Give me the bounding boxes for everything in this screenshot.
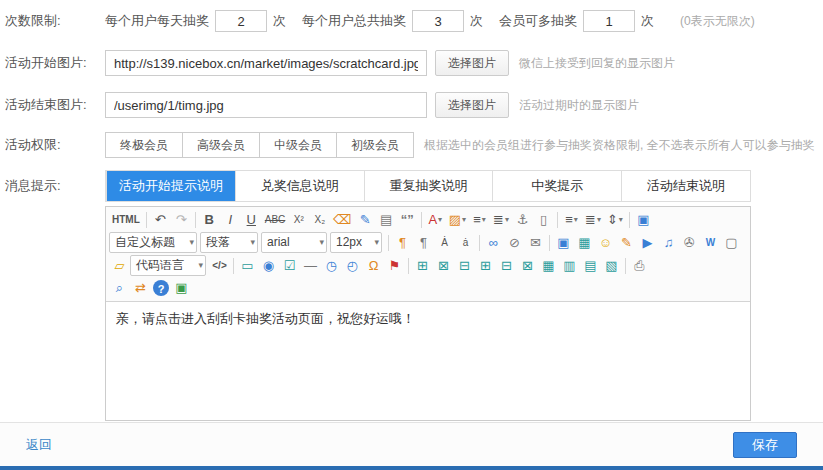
separator bbox=[388, 235, 389, 251]
time-icon[interactable]: ◴ bbox=[342, 256, 363, 276]
end-image-input[interactable] bbox=[105, 92, 427, 118]
underline-icon[interactable]: U bbox=[241, 210, 262, 230]
start-image-input[interactable] bbox=[105, 50, 427, 76]
italic-icon[interactable]: I bbox=[220, 210, 241, 230]
preview-icon[interactable]: ▢ bbox=[721, 233, 742, 253]
directionality-ltr-icon[interactable]: ¶ bbox=[392, 233, 413, 253]
toolbar-row-2: 自定义标题段落arial12px¶¶Ȧȧ∞⊘✉▣▦☺✎▶♫✇W▢ bbox=[109, 231, 747, 254]
total-draw-label: 每个用户总共抽奖 bbox=[302, 12, 406, 30]
checkbox-icon[interactable]: ☑ bbox=[279, 256, 300, 276]
word-image-icon[interactable]: W bbox=[700, 233, 721, 253]
form-icon[interactable]: ▭ bbox=[237, 256, 258, 276]
tab-repeat-draw[interactable]: 重复抽奖说明 bbox=[364, 171, 493, 201]
message-row: 消息提示: 活动开始提示说明兑奖信息说明重复抽奖说明中奖提示活动结束说明 bbox=[0, 170, 823, 202]
fullscreen-icon[interactable]: ▣ bbox=[633, 210, 654, 230]
insert-video-icon[interactable]: ▶ bbox=[637, 233, 658, 253]
snapscreen-icon[interactable]: ▣ bbox=[171, 278, 192, 298]
insert-code-icon[interactable]: </> bbox=[209, 256, 230, 276]
permission-row: 活动权限: 终极会员高级会员中级会员初级会员 根据选中的会员组进行参与抽奖资格限… bbox=[0, 132, 823, 158]
mail-icon[interactable]: ✉ bbox=[525, 233, 546, 253]
tolowercase-icon[interactable]: ȧ bbox=[455, 233, 476, 253]
anchor-icon[interactable]: ⚓ bbox=[512, 210, 533, 230]
delete-table-icon[interactable]: ⊠ bbox=[433, 256, 454, 276]
tab-end-tip[interactable]: 活动结束说明 bbox=[621, 171, 750, 201]
paragraph-select[interactable]: 段落 bbox=[200, 232, 258, 253]
member-senior-button[interactable]: 高级会员 bbox=[183, 132, 260, 158]
per-day-input[interactable] bbox=[215, 10, 267, 32]
separator bbox=[557, 212, 558, 228]
delete-row-icon[interactable]: ⊟ bbox=[496, 256, 517, 276]
paragraph-align-icon[interactable]: ≣ bbox=[582, 210, 604, 230]
member-ultimate-button[interactable]: 终极会员 bbox=[105, 132, 183, 158]
unlink-icon[interactable]: ⊘ bbox=[504, 233, 525, 253]
directionality-rtl-icon[interactable]: ¶ bbox=[413, 233, 434, 253]
source-button[interactable]: HTML bbox=[109, 210, 143, 230]
separator bbox=[629, 212, 630, 228]
blockquote-icon[interactable]: “” bbox=[397, 210, 418, 230]
insert-image-icon[interactable]: ▦ bbox=[574, 233, 595, 253]
font-family-select[interactable]: arial bbox=[261, 232, 327, 253]
insert-table-icon[interactable]: ⊞ bbox=[412, 256, 433, 276]
merge-cells-icon[interactable]: ▦ bbox=[538, 256, 559, 276]
backcolor-icon[interactable]: ▨ bbox=[446, 210, 469, 230]
help-icon[interactable]: ? bbox=[153, 280, 169, 296]
back-link[interactable]: 返回 bbox=[26, 436, 52, 454]
bold-icon[interactable]: B bbox=[199, 210, 220, 230]
link-icon[interactable]: ∞ bbox=[483, 233, 504, 253]
new-page-icon[interactable]: ▯ bbox=[533, 210, 554, 230]
count-limit-hint: (0表示无限次) bbox=[680, 13, 755, 30]
formatmatch-icon[interactable]: ✎ bbox=[355, 210, 376, 230]
total-draw-suffix: 次 bbox=[470, 12, 483, 30]
tab-start-tip[interactable]: 活动开始提示说明 bbox=[106, 171, 235, 201]
print-icon[interactable]: ⎙ bbox=[629, 256, 650, 276]
split-row-icon[interactable]: ▧ bbox=[601, 256, 622, 276]
save-button[interactable]: 保存 bbox=[733, 432, 797, 458]
date-icon[interactable]: ◷ bbox=[321, 256, 342, 276]
removeformat-icon[interactable]: ⌫ bbox=[330, 210, 354, 230]
code-language-select[interactable]: 代码语言 bbox=[130, 255, 206, 276]
attachment-icon[interactable]: ✇ bbox=[679, 233, 700, 253]
forecolor-icon[interactable]: A bbox=[425, 210, 446, 230]
radio-icon[interactable]: ◉ bbox=[258, 256, 279, 276]
total-draw-input[interactable] bbox=[412, 10, 464, 32]
search-icon[interactable]: ⌕ bbox=[109, 278, 130, 298]
insert-row-icon[interactable]: ⊟ bbox=[454, 256, 475, 276]
subscript-icon[interactable]: X₂ bbox=[309, 210, 330, 230]
map-icon[interactable]: ⚑ bbox=[384, 256, 405, 276]
end-image-pick-button[interactable]: 选择图片 bbox=[435, 92, 509, 118]
start-image-pick-button[interactable]: 选择图片 bbox=[435, 50, 509, 76]
merge-right-icon[interactable]: ▤ bbox=[580, 256, 601, 276]
font-size-select[interactable]: 12px bbox=[330, 232, 382, 253]
split-cells-icon[interactable]: ▥ bbox=[559, 256, 580, 276]
spechars-icon[interactable]: Ω bbox=[363, 256, 384, 276]
scrawl-icon[interactable]: ✎ bbox=[616, 233, 637, 253]
emotion-icon[interactable]: ☺ bbox=[595, 233, 616, 253]
delete-col-icon[interactable]: ⊠ bbox=[517, 256, 538, 276]
ordered-list-icon[interactable]: ≡ bbox=[469, 210, 490, 230]
editor-content-area[interactable]: 亲，请点击进入刮刮卡抽奖活动页面，祝您好运哦！ bbox=[106, 302, 750, 420]
message-label: 消息提示: bbox=[5, 177, 105, 195]
superscript-icon[interactable]: X² bbox=[288, 210, 309, 230]
tab-redeem-info[interactable]: 兑奖信息说明 bbox=[235, 171, 364, 201]
horizontal-rule-icon[interactable]: — bbox=[300, 256, 321, 276]
end-image-label: 活动结束图片: bbox=[5, 96, 105, 114]
image-upload-icon[interactable]: ▣ bbox=[553, 233, 574, 253]
member-junior-button[interactable]: 初级会员 bbox=[337, 132, 414, 158]
redo-icon[interactable]: ↷ bbox=[171, 210, 192, 230]
unordered-list-icon[interactable]: ≣ bbox=[490, 210, 512, 230]
autotypeset-icon[interactable]: ▤ bbox=[376, 210, 397, 230]
find-replace-icon[interactable]: ⇄ bbox=[130, 278, 151, 298]
tab-win-tip[interactable]: 中奖提示 bbox=[492, 171, 621, 201]
justify-icon[interactable]: ≡ bbox=[561, 210, 582, 230]
insert-col-icon[interactable]: ⊞ bbox=[475, 256, 496, 276]
music-icon[interactable]: ♫ bbox=[658, 233, 679, 253]
touppercase-icon[interactable]: Ȧ bbox=[434, 233, 455, 253]
custom-title-select[interactable]: 自定义标题 bbox=[109, 232, 197, 253]
undo-icon[interactable]: ↶ bbox=[150, 210, 171, 230]
member-extra-suffix: 次 bbox=[641, 12, 654, 30]
member-extra-input[interactable] bbox=[583, 10, 635, 32]
folder-icon[interactable]: ▱ bbox=[109, 256, 130, 276]
member-middle-button[interactable]: 中级会员 bbox=[260, 132, 337, 158]
line-height-icon[interactable]: ⇕ bbox=[604, 210, 626, 230]
strikethrough-icon[interactable]: ABC bbox=[262, 210, 289, 230]
